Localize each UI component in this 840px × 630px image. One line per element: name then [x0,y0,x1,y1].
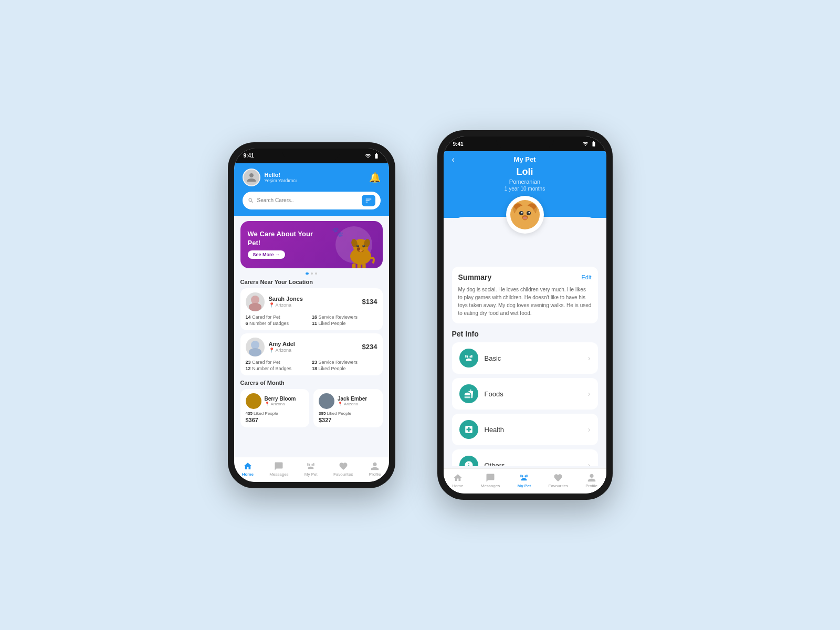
carer-details-2: Amy Adel 📍 Arizona [269,341,295,353]
dog-illustration [338,229,380,268]
stat-cared-2: 23 Cared for Pet [246,360,311,365]
carer-details-1: Sarah Jones 📍 Arizona [269,296,303,308]
user-avatar[interactable] [243,169,260,186]
summary-text: My dog is social. He loves children very… [458,286,592,317]
bottom-nav-1: Home Messages My Pet Favourites Profile [234,457,389,482]
nav-home-1[interactable]: Home [242,461,254,477]
info-card-others[interactable]: Others › [452,449,598,466]
status-bar-1: 9:41 [234,149,389,163]
nav-messages-2[interactable]: Messages [481,473,500,488]
nav-mypet-label-1: My Pet [304,472,318,477]
stat-cared-1: 14 Cared for Pet [246,314,311,320]
nav-messages-label-2: Messages [481,484,500,488]
svg-point-15 [251,341,259,349]
nav-favourites-1[interactable]: Favourites [333,461,353,477]
month-stats-2: 395 Liked People [319,411,377,416]
info-card-basic[interactable]: Basic › [452,342,598,374]
phone1-frame: 9:41 Hello! Yeşim Yardımcı [228,142,395,488]
phone2-content: Summary Edit My dog is social. He loves … [444,248,606,466]
month-section-title: Carers of Month [240,380,383,386]
others-icon [459,456,478,466]
nav-home-label-2: Home [452,484,463,488]
carer-card-1[interactable]: Sarah Jones 📍 Arizona $134 14 Cared for … [240,288,383,330]
stat-reviewers-2: 23 Service Reviewers [312,360,377,365]
carer-location-1: 📍 Arizona [269,302,303,308]
see-more-button[interactable]: See More → [248,250,286,259]
wave-background [444,217,606,248]
svg-point-13 [251,296,259,304]
page-title: My Pet [514,155,536,163]
pet-info-section-title: Pet Info [452,330,598,338]
greeting-row: Hello! Yeşim Yardımcı 🔔 [243,169,381,186]
month-price-2: $327 [319,417,377,423]
foods-label: Foods [485,390,582,398]
nav-home-2[interactable]: Home [452,473,463,488]
dot-1[interactable] [306,272,309,275]
svg-point-8 [363,245,364,246]
month-loc-2: 📍 Arizona [338,402,367,406]
basic-label: Basic [485,354,582,362]
stat-badges-1: 6 Number of Badges [246,321,311,326]
svg-rect-10 [357,263,360,268]
nav-mypet-label-2: My Pet [517,484,531,488]
month-top-2: Jack Ember 📍 Arizona [319,393,377,409]
nav-mypet-2[interactable]: My Pet [517,473,531,488]
info-card-health[interactable]: Health › [452,414,598,445]
svg-point-23 [521,212,522,214]
back-button[interactable]: ‹ [452,155,455,164]
bottom-nav-2: Home Messages My Pet Favourites Profile [444,468,606,494]
carer-avatar-2 [246,338,265,356]
svg-point-26 [523,217,527,219]
greeting-left: Hello! Yeşim Yardımcı [243,169,297,186]
month-stats-1: 435 Liked People [246,411,304,416]
basic-chevron: › [588,354,591,362]
pet-age: 1 year 10 months [452,186,598,192]
stat-liked-1: 11 Liked People [312,321,377,326]
dot-3[interactable] [315,272,317,275]
foods-icon [459,384,478,403]
phone1-header: Hello! Yeşim Yardımcı 🔔 [234,163,389,216]
nav-favourites-2[interactable]: Favourites [549,473,568,488]
nav-profile-2[interactable]: Profile [585,473,597,488]
month-card-2[interactable]: Jack Ember 📍 Arizona 395 Liked People $3… [313,389,383,427]
pet-breed: Pomeranian [452,178,598,185]
nav-mypet-1[interactable]: My Pet [304,461,318,477]
edit-button[interactable]: Edit [582,274,592,280]
promo-banner: 🐾 We Care About Your Pet! See More → [240,221,383,268]
dot-2[interactable] [311,272,313,275]
carer-stats-1: 14 Cared for Pet 16 Service Reviewers 6 … [246,314,377,326]
summary-title: Summary [458,273,492,281]
carers-section-title: Carers Near Your Location [240,279,383,285]
search-input[interactable] [257,197,341,203]
health-chevron: › [588,425,591,434]
status-icons-1 [365,153,380,159]
info-card-foods[interactable]: Foods › [452,378,598,410]
carer-card-2[interactable]: Amy Adel 📍 Arizona $234 23 Cared for Pet [240,333,383,375]
month-cards: Berry Bloom 📍 Arizona 435 Liked People $… [240,389,383,427]
filter-button[interactable] [362,195,375,206]
pet-info-section: Pet Info Basic › Foods [452,330,598,466]
carer-location-2: 📍 Arizona [269,348,295,353]
nav-favourites-label-1: Favourites [333,472,353,477]
month-info-1: Berry Bloom 📍 Arizona [265,396,296,406]
pet-name: Loli [452,166,598,177]
nav-profile-label-2: Profile [585,484,597,488]
month-info-2: Jack Ember 📍 Arizona [338,396,367,406]
bell-icon[interactable]: 🔔 [369,172,381,183]
month-avatar-2 [319,393,334,409]
nav-messages-1[interactable]: Messages [269,461,288,477]
carer-top-1: Sarah Jones 📍 Arizona $134 [246,292,377,311]
phone2-frame: 9:41 ‹ My Pet Loli Pomeranian 1 year 10 … [437,130,613,500]
pet-info-header: Loli Pomeranian 1 year 10 months [452,166,598,192]
basic-icon [459,349,478,368]
carer-price-2: $234 [362,343,377,351]
svg-point-24 [528,212,530,214]
foods-chevron: › [588,390,591,398]
month-price-1: $367 [246,417,304,423]
nav-profile-1[interactable]: Profile [369,461,381,477]
search-bar[interactable] [243,192,381,209]
carousel-dots [234,272,389,275]
banner-title: We Care About Your Pet! [248,230,318,248]
month-card-1[interactable]: Berry Bloom 📍 Arizona 435 Liked People $… [240,389,310,427]
summary-header: Summary Edit [458,273,592,281]
